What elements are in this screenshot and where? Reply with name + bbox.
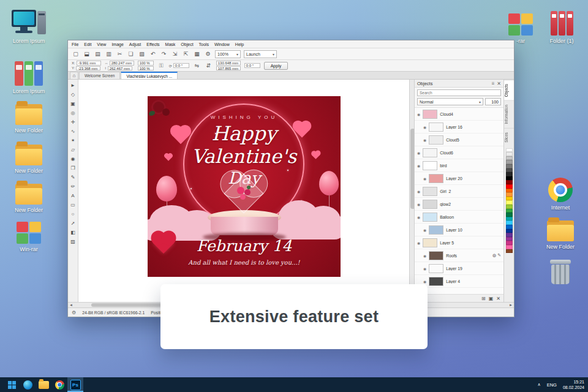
- width-field[interactable]: 280.247 mm: [110, 61, 134, 66]
- toolbar-icon[interactable]: ▢: [72, 50, 80, 58]
- opacity-field[interactable]: 100: [485, 98, 501, 105]
- panel-options-icon[interactable]: ≡: [492, 81, 495, 86]
- color-swatch[interactable]: [506, 176, 513, 181]
- visibility-eye-icon[interactable]: ◉: [417, 189, 420, 194]
- desktop-icon-binders[interactable]: Lorem Ipsum: [7, 59, 50, 94]
- docker-tab-slices[interactable]: Slices: [504, 128, 514, 146]
- toolbar-icon[interactable]: ▧: [138, 50, 146, 58]
- toolbox-tool[interactable]: ◇: [69, 90, 77, 99]
- toolbar-icon[interactable]: ⬓: [83, 50, 91, 58]
- new-group-icon[interactable]: ▣: [489, 296, 494, 301]
- toolbar-icon[interactable]: ▥: [105, 50, 113, 58]
- color-swatch[interactable]: [506, 209, 513, 213]
- toolbox-tool[interactable]: ▱: [69, 145, 77, 154]
- desktop-icon-folder-2[interactable]: New Folder: [7, 138, 50, 174]
- desktop-icon-winrar-2[interactable]: -rar: [499, 9, 542, 44]
- layer-row[interactable]: ◉ Roofs ◍✎: [415, 249, 503, 262]
- visibility-eye-icon[interactable]: ◉: [423, 125, 426, 129]
- gear-icon[interactable]: ⚙: [72, 310, 76, 315]
- desktop-icon-trash[interactable]: [539, 257, 582, 287]
- visibility-eye-icon[interactable]: ◉: [423, 254, 426, 258]
- visibility-eye-icon[interactable]: ◉: [417, 202, 420, 206]
- layer-row[interactable]: ◉ Girl_2 ◍✎: [415, 185, 503, 198]
- toolbox-tool[interactable]: ▣: [69, 99, 77, 108]
- layer-row[interactable]: ◉ Cloud4 ◍✎: [415, 108, 503, 121]
- layer-row[interactable]: ◉ Layer 10 ◍✎: [415, 224, 503, 236]
- layer-row[interactable]: ◉ Layer 20 ◍✎: [415, 172, 503, 185]
- visibility-eye-icon[interactable]: ◉: [423, 266, 426, 271]
- menu-item[interactable]: Edit: [84, 42, 91, 47]
- document-tab[interactable]: Viacheslav Lukasevych ...: [121, 72, 178, 79]
- toolbar-icon[interactable]: ▤: [94, 50, 102, 58]
- toolbar-icon[interactable]: ↶: [149, 50, 157, 58]
- color-swatch[interactable]: [506, 156, 513, 160]
- layer-row[interactable]: ◉ Layer 4 ◍✎: [415, 275, 503, 288]
- desktop-icon-folder-3[interactable]: New Folder: [7, 178, 50, 213]
- launch-combo[interactable]: Launch▾: [244, 50, 277, 58]
- color-swatch[interactable]: [506, 249, 513, 254]
- toolbox-tool[interactable]: ►: [69, 81, 77, 89]
- docker-tab-information[interactable]: Information: [504, 100, 514, 128]
- clock[interactable]: 15:21 08.02.2024: [563, 379, 584, 390]
- visibility-eye-icon[interactable]: ◉: [423, 176, 426, 181]
- menu-item[interactable]: Object: [181, 42, 193, 47]
- toolbar-icon[interactable]: ⚙: [204, 50, 212, 58]
- color-swatch[interactable]: [506, 197, 513, 201]
- taskbar-chrome-button[interactable]: [51, 377, 67, 392]
- layer-row[interactable]: ◉ Layer 16 ◍✎: [415, 121, 503, 134]
- scrollbar-thumb[interactable]: [410, 129, 414, 209]
- toolbar-icon[interactable]: ❏: [127, 50, 135, 58]
- toolbox-tool[interactable]: ▭: [69, 200, 77, 209]
- menu-item[interactable]: Help: [235, 42, 244, 47]
- x-position-field[interactable]: -9.991 mm: [77, 61, 101, 66]
- menu-item[interactable]: File: [72, 42, 78, 47]
- color-swatch[interactable]: [506, 205, 513, 209]
- visibility-eye-icon[interactable]: ◉: [417, 164, 420, 168]
- color-swatch[interactable]: [506, 237, 513, 241]
- menu-item[interactable]: Window: [214, 42, 230, 47]
- color-swatch[interactable]: [506, 192, 513, 197]
- visibility-eye-icon[interactable]: ◉: [417, 215, 420, 219]
- toolbox-tool[interactable]: ◎: [69, 108, 77, 117]
- toolbox-tool[interactable]: ◉: [69, 154, 77, 163]
- layer-row[interactable]: ◉ bird ◍✎: [415, 159, 503, 172]
- color-swatch[interactable]: [506, 241, 513, 245]
- canvas[interactable]: WISHING YOU Happy Valentine's Day: [78, 80, 414, 302]
- visibility-eye-icon[interactable]: ◉: [417, 241, 420, 245]
- paper-width-field[interactable]: 130.648 mm: [216, 61, 241, 66]
- toolbox-tool[interactable]: ✛: [69, 118, 77, 126]
- menu-item[interactable]: Image: [111, 42, 123, 47]
- desktop-icon-internet[interactable]: Internet: [539, 175, 582, 211]
- desktop-icon-folder-1[interactable]: New Folder: [7, 98, 50, 134]
- flip-horizontal-icon[interactable]: ⇋: [193, 62, 201, 70]
- visibility-eye-icon[interactable]: ◉: [417, 112, 420, 116]
- color-swatch[interactable]: [506, 168, 513, 173]
- zoom-level-combo[interactable]: 100%▾: [215, 50, 241, 58]
- apply-button[interactable]: Apply: [264, 62, 288, 70]
- color-swatch[interactable]: [506, 213, 513, 217]
- blend-mode-select[interactable]: Normal▾: [417, 98, 483, 105]
- flip-vertical-icon[interactable]: ⇵: [205, 62, 213, 70]
- toolbar-icon[interactable]: ✂: [116, 50, 124, 58]
- menu-item[interactable]: View: [97, 42, 106, 47]
- color-swatch[interactable]: [506, 180, 513, 184]
- taskbar-photoshop-button[interactable]: Ps: [67, 377, 83, 392]
- scroll-left-icon[interactable]: ◄: [68, 303, 74, 307]
- toolbar-icon[interactable]: ↷: [160, 50, 168, 58]
- toolbox-tool[interactable]: ➚: [69, 219, 77, 227]
- toolbar-icon[interactable]: ⇲: [171, 50, 179, 58]
- color-swatch[interactable]: [506, 160, 513, 164]
- color-swatch[interactable]: [506, 233, 513, 237]
- menu-item[interactable]: Effects: [146, 42, 159, 47]
- color-swatch[interactable]: [506, 245, 513, 249]
- desktop-icon-archive[interactable]: Folder (1): [540, 9, 583, 44]
- color-swatch[interactable]: [506, 148, 513, 153]
- y-position-field[interactable]: -23.368 mm: [76, 66, 100, 71]
- color-swatch[interactable]: [506, 217, 513, 221]
- desktop-icon-computer[interactable]: Lorem Ipsum: [7, 9, 50, 44]
- toolbar-icon[interactable]: ⇱: [182, 50, 190, 58]
- start-button[interactable]: [4, 377, 20, 392]
- toolbox-tool[interactable]: A: [69, 191, 77, 200]
- toolbox-tool[interactable]: ✎: [69, 173, 77, 181]
- language-indicator[interactable]: ENG: [547, 382, 557, 388]
